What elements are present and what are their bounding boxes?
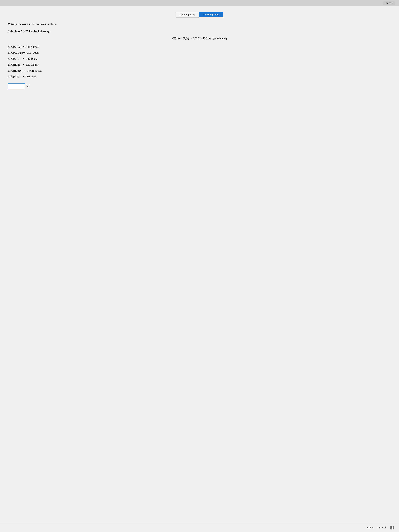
list-item: ΔH0f [HCl(aq)] = −167.46 kJ/mol [8,69,391,73]
answer-unit: kJ [27,85,29,88]
instruction-text: Enter your answer in the provided box. [8,23,391,26]
attempts-label: attempts left [182,13,195,16]
current-page: 18 [378,526,380,529]
list-item: ΔH0f [CCl4(l)] = −139 kJ/mol [8,57,391,61]
calculate-label: Calculate ΔH0rxn for the following: [8,30,391,33]
total-pages: 21 [383,526,386,529]
main-content: 3 attempts left Check my work Enter your… [0,6,399,523]
unbalanced-tag: [unbalanced] [213,37,227,40]
attempts-row: 3 attempts left Check my work [8,12,391,18]
answer-row: kJ [8,83,391,89]
list-item: ΔH0f [CH4(g)] = −74.87 kJ/mol [8,45,391,49]
calculate-prefix: Calculate [8,30,20,33]
saved-badge: Saved [383,1,395,5]
rxn-subscript: rxn [25,30,28,32]
grid-view-icon[interactable] [390,526,394,529]
degree-superscript: 0 [25,30,25,32]
page-indicator: 18 of 21 [378,526,386,529]
top-bar: Saved [0,0,399,6]
equation-text: CH4(g) + Cl2(g) → CCl4(l) + HCl(g) [172,37,211,40]
of-label: of [381,526,383,529]
enthalpy-entry-6: ΔH0f [Cl(g)] = 121.0 kJ/mol [8,75,36,78]
delta-symbol: ΔH [20,30,25,33]
prev-label: Prev [369,526,374,529]
enthalpy-entry-1: ΔH0f [CH4(g)] = −74.87 kJ/mol [8,45,39,48]
enthalpy-entry-2: ΔH0f [CCl4(g)] = −96.0 kJ/mol [8,51,39,54]
delta-h-rxn: ΔH0rxn [20,30,28,33]
enthalpy-entry-5: ΔH0f [HCl(aq)] = −167.46 kJ/mol [8,69,42,72]
answer-input[interactable] [8,83,25,89]
check-my-work-button[interactable]: Check my work [199,12,223,17]
reaction-equation: CH4(g) + Cl2(g) → CCl4(l) + HCl(g) [unba… [8,37,391,40]
list-item: ΔH0f [Cl(g)] = 121.0 kJ/mol [8,75,391,79]
attempts-count: 3 [180,13,182,16]
list-item: ΔH0f [HCl(g)] = −92.31 kJ/mol [8,63,391,67]
prev-button[interactable]: ‹ Prev [367,526,374,529]
prev-chevron-icon: ‹ [367,526,368,529]
attempts-box: 3 attempts left [176,12,199,18]
list-item: ΔH0f [CCl4(g)] = −96.0 kJ/mol [8,51,391,55]
enthalpy-entry-4: ΔH0f [HCl(g)] = −92.31 kJ/mol [8,63,39,66]
bottom-nav: ‹ Prev 18 of 21 [0,523,399,532]
calculate-suffix: for the following: [29,30,51,33]
enthalpy-list: ΔH0f [CH4(g)] = −74.87 kJ/mol ΔH0f [CCl4… [8,45,391,79]
enthalpy-entry-3: ΔH0f [CCl4(l)] = −139 kJ/mol [8,57,38,60]
